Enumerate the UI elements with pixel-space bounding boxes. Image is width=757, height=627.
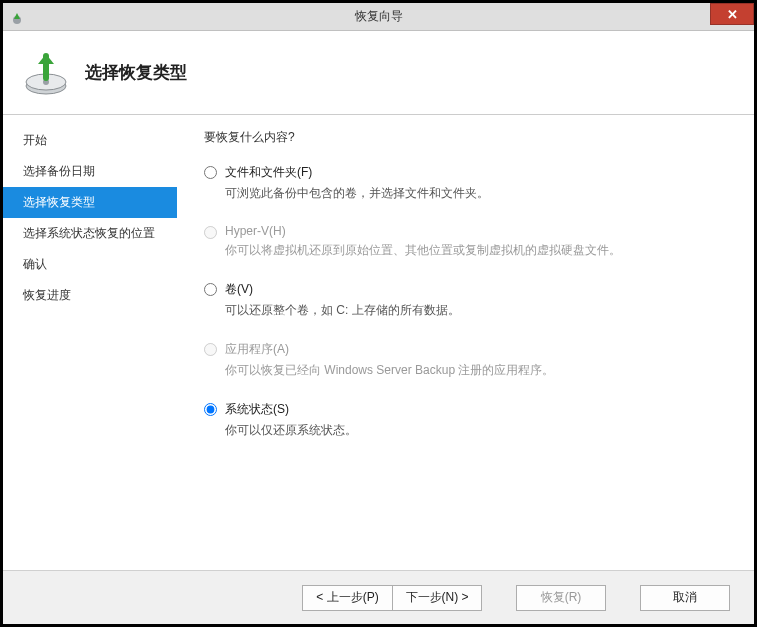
option-hyperv-desc: 你可以将虚拟机还原到原始位置、其他位置或复制虚拟机的虚拟硬盘文件。 <box>225 242 621 259</box>
step-confirm[interactable]: 确认 <box>3 249 177 280</box>
close-button[interactable]: ✕ <box>710 3 754 25</box>
option-files[interactable]: 文件和文件夹(F) 可浏览此备份中包含的卷，并选择文件和文件夹。 <box>204 164 734 216</box>
step-progress[interactable]: 恢复进度 <box>3 280 177 311</box>
wizard-header: 选择恢复类型 <box>3 31 754 115</box>
option-hyperv: Hyper-V(H) 你可以将虚拟机还原到原始位置、其他位置或复制虚拟机的虚拟硬… <box>204 224 734 273</box>
recover-button: 恢复(R) <box>516 585 606 611</box>
wizard-body: 开始 选择备份日期 选择恢复类型 选择系统状态恢复的位置 确认 恢复进度 要恢复… <box>3 115 754 570</box>
wizard-content: 要恢复什么内容? 文件和文件夹(F) 可浏览此备份中包含的卷，并选择文件和文件夹… <box>178 115 754 570</box>
option-volume-desc: 可以还原整个卷，如 C: 上存储的所有数据。 <box>225 302 460 319</box>
next-button[interactable]: 下一步(N) > <box>392 585 482 611</box>
option-files-label: 文件和文件夹(F) <box>225 164 489 181</box>
wizard-sidebar: 开始 选择备份日期 选择恢复类型 选择系统状态恢复的位置 确认 恢复进度 <box>3 115 178 570</box>
option-volume-label: 卷(V) <box>225 281 460 298</box>
radio-volume[interactable] <box>204 283 217 296</box>
window-title: 恢复向导 <box>355 8 403 25</box>
radio-apps <box>204 343 217 356</box>
content-question: 要恢复什么内容? <box>204 129 734 146</box>
option-apps-label: 应用程序(A) <box>225 341 554 358</box>
step-select-location[interactable]: 选择系统状态恢复的位置 <box>3 218 177 249</box>
option-apps-desc: 你可以恢复已经向 Windows Server Backup 注册的应用程序。 <box>225 362 554 379</box>
titlebar: 恢复向导 ✕ <box>3 3 754 31</box>
cancel-button[interactable]: 取消 <box>640 585 730 611</box>
back-button[interactable]: < 上一步(P) <box>302 585 392 611</box>
option-volume[interactable]: 卷(V) 可以还原整个卷，如 C: 上存储的所有数据。 <box>204 281 734 333</box>
page-title: 选择恢复类型 <box>85 61 187 84</box>
app-icon <box>9 9 25 25</box>
option-files-desc: 可浏览此备份中包含的卷，并选择文件和文件夹。 <box>225 185 489 202</box>
option-hyperv-label: Hyper-V(H) <box>225 224 621 238</box>
restore-icon <box>21 48 71 98</box>
step-select-date[interactable]: 选择备份日期 <box>3 156 177 187</box>
option-apps: 应用程序(A) 你可以恢复已经向 Windows Server Backup 注… <box>204 341 734 393</box>
radio-system-state[interactable] <box>204 403 217 416</box>
step-select-type[interactable]: 选择恢复类型 <box>3 187 177 218</box>
option-system-state[interactable]: 系统状态(S) 你可以仅还原系统状态。 <box>204 401 734 453</box>
option-system-state-label: 系统状态(S) <box>225 401 357 418</box>
radio-files[interactable] <box>204 166 217 179</box>
close-icon: ✕ <box>727 7 738 22</box>
step-start[interactable]: 开始 <box>3 125 177 156</box>
nav-button-group: < 上一步(P) 下一步(N) > <box>302 585 482 611</box>
radio-hyperv <box>204 226 217 239</box>
option-system-state-desc: 你可以仅还原系统状态。 <box>225 422 357 439</box>
wizard-window: 恢复向导 ✕ 选择恢复类型 开始 选择备份日期 选择恢复类型 选择系统状态恢复的… <box>0 0 757 627</box>
wizard-footer: < 上一步(P) 下一步(N) > 恢复(R) 取消 <box>3 570 754 624</box>
